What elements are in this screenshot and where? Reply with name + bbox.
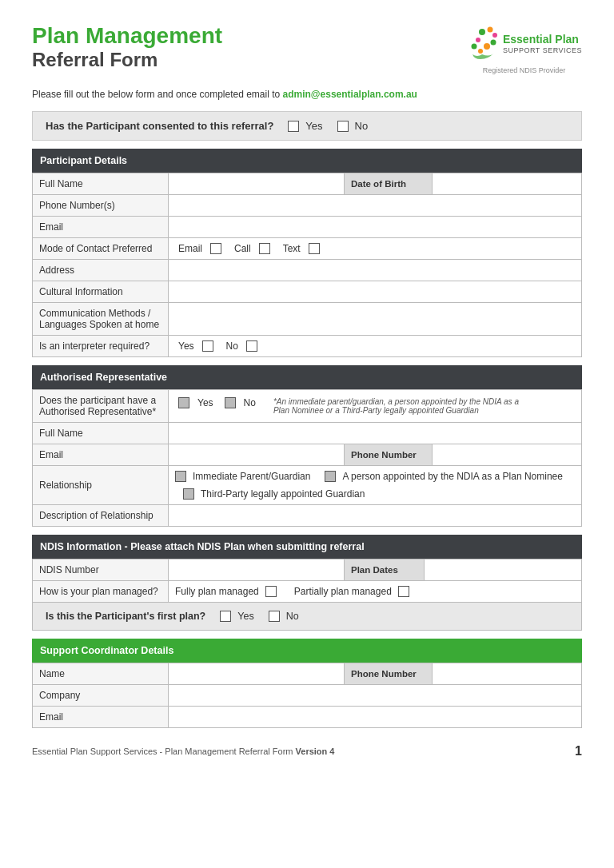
first-plan-yes-checkbox[interactable] <box>220 611 231 622</box>
has-rep-yes-checkbox[interactable] <box>178 397 189 408</box>
interpreter-label: Is an interpreter required? <box>33 336 169 357</box>
rel-third-checkbox[interactable] <box>183 488 194 500</box>
full-name-value[interactable] <box>169 173 345 195</box>
rep-fullname-label: Full Name <box>33 423 169 444</box>
dob-value[interactable] <box>433 173 582 195</box>
coord-name-value[interactable] <box>169 663 345 685</box>
rep-email-label: Email <box>33 444 169 466</box>
first-plan-label: Is this the Participant's first plan? <box>46 611 205 622</box>
rel-ndia-checkbox[interactable] <box>325 471 336 482</box>
table-row: Communication Methods / Languages Spoken… <box>33 303 582 336</box>
svg-point-0 <box>479 29 485 35</box>
table-row: Relationship Immediate Parent/Guardian A… <box>33 466 582 505</box>
partially-managed-label: Partially plan managed <box>294 586 392 597</box>
mode-text-label: Text <box>283 243 301 254</box>
table-row: Company <box>33 685 582 707</box>
coord-name-label: Name <box>33 663 169 685</box>
coord-company-label: Company <box>33 685 169 707</box>
svg-point-2 <box>492 33 497 38</box>
support-coord-section-header: Support Coordinator Details <box>32 639 582 663</box>
table-row: NDIS Number Plan Dates <box>33 559 582 581</box>
mode-options: Email Call Text <box>175 243 575 254</box>
table-row: Is an interpreter required? Yes No <box>33 336 582 357</box>
table-row: Email <box>33 707 582 728</box>
comm-methods-label: Communication Methods / Languages Spoken… <box>33 303 169 336</box>
logo-wrap: Essential Plan SUPPORT SERVICES <box>466 24 582 64</box>
interpreter-yes-checkbox[interactable] <box>202 340 213 352</box>
relationship-options: Immediate Parent/Guardian A person appoi… <box>175 471 575 500</box>
svg-point-6 <box>471 44 476 50</box>
coord-phone-label: Phone Number <box>345 663 433 685</box>
table-row: Does the participant have a Authorised R… <box>33 390 582 423</box>
coord-company-value[interactable] <box>169 685 582 707</box>
rel-third-label: Third-Party legally appointed Guardian <box>201 488 365 500</box>
mode-call-label: Call <box>234 243 251 254</box>
email-value[interactable] <box>169 217 582 238</box>
coord-email-value[interactable] <box>169 707 582 728</box>
plan-dates-value[interactable] <box>425 559 582 581</box>
has-rep-yes-label: Yes <box>197 397 213 408</box>
desc-rel-label: Description of Relationship <box>33 505 169 527</box>
comm-methods-value[interactable] <box>169 303 582 336</box>
has-rep-options: Yes No *An immediate parent/guardian, a … <box>175 397 575 415</box>
participant-section-header: Participant Details <box>32 149 582 173</box>
email-link[interactable]: admin@essentialplan.com.au <box>283 89 417 100</box>
table-row: Full Name <box>33 423 582 444</box>
svg-point-7 <box>478 49 483 54</box>
cultural-value[interactable] <box>169 281 582 303</box>
ndis-section-header: NDIS Information - Please attach NDIS Pl… <box>32 535 582 559</box>
title-block: Plan Management Referral Form <box>32 24 222 72</box>
first-plan-row: Is this the Participant's first plan? Ye… <box>32 603 582 631</box>
table-row: Address <box>33 260 582 281</box>
logo-sub: SUPPORT SERVICES <box>503 46 582 54</box>
has-rep-no-checkbox[interactable] <box>225 397 236 408</box>
rep-email-value[interactable] <box>169 444 345 466</box>
participant-details-table: Full Name Date of Birth Phone Number(s) … <box>32 173 582 357</box>
mode-email-checkbox[interactable] <box>210 243 221 254</box>
first-plan-no-checkbox[interactable] <box>269 611 280 622</box>
mode-call-checkbox[interactable] <box>259 243 270 254</box>
has-rep-footnote: *An immediate parent/guardian, a person … <box>273 397 529 415</box>
phone-label: Phone Number(s) <box>33 195 169 217</box>
ndis-number-value[interactable] <box>169 559 345 581</box>
header: Plan Management Referral Form Essential … <box>32 24 582 74</box>
consent-label: Has the Participant consented to this re… <box>46 120 273 132</box>
table-row: Email Phone Number <box>33 444 582 466</box>
partially-managed-checkbox[interactable] <box>398 586 409 597</box>
interpreter-no-checkbox[interactable] <box>246 340 257 352</box>
has-rep-no-label: No <box>244 397 256 408</box>
rep-phone-label: Phone Number <box>345 444 433 466</box>
contact-mode-value: Email Call Text <box>169 238 582 260</box>
fully-managed-label: Fully plan managed <box>175 586 259 597</box>
interpreter-options: Yes No <box>175 340 575 352</box>
footer-text: Essential Plan Support Services - Plan M… <box>32 747 334 756</box>
address-label: Address <box>33 260 169 281</box>
rep-fullname-value[interactable] <box>169 423 582 444</box>
cultural-label: Cultural Information <box>33 281 169 303</box>
has-rep-no-group: No <box>221 397 256 408</box>
table-row: Email <box>33 217 582 238</box>
rel-parent-checkbox[interactable] <box>175 471 186 482</box>
svg-point-4 <box>484 43 490 50</box>
contact-mode-label: Mode of Contact Preferred <box>33 238 169 260</box>
rel-parent-label: Immediate Parent/Guardian <box>193 471 310 482</box>
consent-no-checkbox[interactable] <box>337 121 349 132</box>
rep-phone-value[interactable] <box>433 444 582 466</box>
table-row: Phone Number(s) <box>33 195 582 217</box>
consent-yes-checkbox[interactable] <box>288 121 299 132</box>
logo-text-block: Essential Plan SUPPORT SERVICES <box>503 34 582 54</box>
consent-yes-label: Yes <box>305 120 322 132</box>
consent-no-label: No <box>355 120 369 132</box>
desc-rel-value[interactable] <box>169 505 582 527</box>
coord-phone-value[interactable] <box>433 663 582 685</box>
interpreter-value: Yes No <box>169 336 582 357</box>
fully-managed-checkbox[interactable] <box>265 586 277 597</box>
address-value[interactable] <box>169 260 582 281</box>
phone-value[interactable] <box>169 195 582 217</box>
intro-text: Please fill out the below form and once … <box>32 89 582 100</box>
table-row: How is your plan managed? Fully plan man… <box>33 581 582 603</box>
mode-text-checkbox[interactable] <box>309 243 320 254</box>
first-plan-no-group: No <box>269 611 299 622</box>
support-coord-table: Name Phone Number Company Email <box>32 663 582 728</box>
relationship-value: Immediate Parent/Guardian A person appoi… <box>169 466 582 505</box>
